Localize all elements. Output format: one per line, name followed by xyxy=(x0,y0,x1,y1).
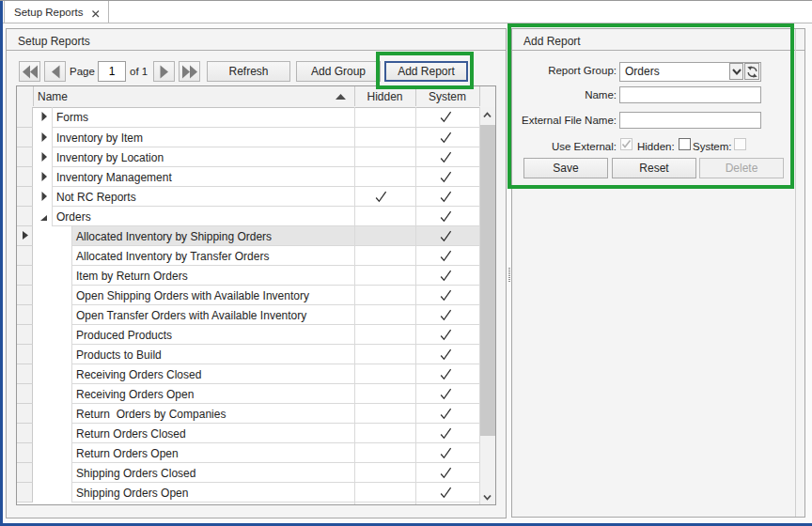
table-row[interactable]: Allocated Inventory by Shipping Orders xyxy=(17,226,479,246)
table-row[interactable]: Open Shipping Orders with Available Inve… xyxy=(17,286,479,305)
row-indicator-cell xyxy=(17,226,33,246)
tab-strip xyxy=(3,1,812,23)
expand-icon[interactable] xyxy=(41,112,47,121)
system-checkmark-icon xyxy=(440,408,452,420)
table-row[interactable]: Orders xyxy=(17,207,479,226)
report-name: Allocated Inventory by Shipping Orders xyxy=(76,230,272,243)
table-row[interactable]: Shipping Orders Open xyxy=(17,483,479,503)
expand-icon[interactable] xyxy=(41,192,47,201)
report-name: Inventory Management xyxy=(56,171,172,184)
table-row[interactable]: Open Transfer Orders with Available Inve… xyxy=(17,305,479,325)
header-name[interactable]: Name xyxy=(33,86,355,106)
system-checkmark-icon xyxy=(440,348,452,361)
table-vertical-scrollbar[interactable] xyxy=(479,107,495,504)
refresh-button[interactable]: Refresh xyxy=(207,61,290,82)
row-indicator-cell xyxy=(17,128,33,147)
scrollbar-thumb[interactable] xyxy=(479,125,495,436)
row-indicator-cell xyxy=(17,404,33,424)
table-row[interactable]: Return Orders by Companies xyxy=(17,404,479,424)
column-divider xyxy=(479,107,480,504)
system-checkmark-icon xyxy=(440,250,452,262)
chevron-up-icon xyxy=(483,112,492,118)
table-row[interactable]: Inventory Management xyxy=(17,167,479,187)
tab-title: Setup Reports xyxy=(14,7,84,18)
row-indicator-cell xyxy=(17,246,33,266)
page-count-label: of 1 xyxy=(130,66,148,77)
table-row[interactable]: Inventory by Item xyxy=(17,128,479,147)
system-checkmark-icon xyxy=(440,151,452,163)
report-name: Receiving Orders Closed xyxy=(76,368,201,381)
system-checkmark-icon xyxy=(440,427,452,440)
report-name: Allocated Inventory by Transfer Orders xyxy=(76,250,269,263)
splitter-grip[interactable] xyxy=(508,268,510,283)
column-divider xyxy=(354,107,355,504)
highlight-add-report-button xyxy=(376,52,474,89)
report-name: Inventory by Location xyxy=(56,151,164,164)
table-row[interactable]: Forms xyxy=(17,107,479,128)
table-row[interactable]: Receiving Orders Open xyxy=(17,384,479,404)
tab-setup-reports[interactable]: Setup Reports xyxy=(4,1,109,23)
setup-reports-panel-title: Setup Reports xyxy=(18,35,90,48)
scroll-down-button[interactable] xyxy=(479,489,495,504)
row-indicator-cell xyxy=(17,107,33,128)
table-row[interactable]: Receiving Orders Closed xyxy=(17,364,479,384)
system-checkmark-icon xyxy=(440,388,452,400)
table-row[interactable]: Return Orders Closed xyxy=(17,424,479,443)
add-group-button[interactable]: Add Group xyxy=(296,61,381,82)
hidden-checkmark-icon xyxy=(375,191,387,203)
expand-icon[interactable] xyxy=(41,152,47,162)
system-checkmark-icon xyxy=(440,289,452,302)
report-name: Return Orders by Companies xyxy=(76,408,226,421)
row-indicator-cell xyxy=(17,305,33,325)
table-row[interactable]: Produced Products xyxy=(17,325,479,345)
system-checkmark-icon xyxy=(440,487,452,499)
previous-page-icon xyxy=(51,65,60,79)
last-page-button[interactable] xyxy=(179,61,200,82)
report-name: Open Shipping Orders with Available Inve… xyxy=(76,289,309,302)
expand-icon[interactable] xyxy=(41,172,47,181)
table-row[interactable]: Item by Return Orders xyxy=(17,266,479,286)
system-checkmark-icon xyxy=(440,447,452,459)
table-row[interactable]: Inventory by Location xyxy=(17,147,479,167)
row-indicator-cell xyxy=(17,443,33,463)
next-page-button[interactable] xyxy=(153,61,175,82)
system-checkmark-icon xyxy=(440,329,452,341)
table-row[interactable]: Products to Build xyxy=(17,345,479,364)
report-name: Return Orders Closed xyxy=(76,427,186,441)
previous-page-button[interactable] xyxy=(44,61,66,82)
row-indicator-cell xyxy=(17,187,33,207)
report-name: Not RC Reports xyxy=(56,191,136,204)
system-checkmark-icon xyxy=(440,368,452,380)
first-page-icon xyxy=(22,65,39,79)
first-page-button[interactable] xyxy=(19,61,40,82)
report-name: Produced Products xyxy=(76,329,172,342)
header-system[interactable]: System xyxy=(415,86,480,106)
report-name: Shipping Orders Closed xyxy=(76,467,195,480)
table-body: FormsInventory by ItemInventory by Locat… xyxy=(17,107,495,504)
setup-reports-panel-header: Setup Reports xyxy=(7,29,506,51)
collapse-icon[interactable] xyxy=(40,215,47,221)
row-indicator-cell xyxy=(17,424,33,443)
page-number-input[interactable] xyxy=(98,61,126,82)
report-name: Orders xyxy=(56,210,91,224)
row-indicator-cell xyxy=(17,207,33,226)
table-row[interactable]: Shipping Orders Closed xyxy=(17,463,479,483)
header-hidden[interactable]: Hidden xyxy=(354,86,416,106)
expand-icon[interactable] xyxy=(41,132,47,142)
chevron-down-icon xyxy=(483,494,492,501)
table-row[interactable]: Not RC Reports xyxy=(17,187,479,207)
setup-reports-panel: Setup Reports Page of 1 Refresh Add xyxy=(6,28,507,518)
table-row[interactable]: Allocated Inventory by Transfer Orders xyxy=(17,246,479,266)
table-row[interactable]: Return Orders Open xyxy=(17,443,479,463)
report-name: Open Transfer Orders with Available Inve… xyxy=(76,309,306,322)
sort-ascending-icon xyxy=(336,94,346,100)
next-page-icon xyxy=(160,65,169,79)
report-name: Item by Return Orders xyxy=(76,270,188,283)
scroll-up-button[interactable] xyxy=(479,107,495,122)
row-indicator-icon xyxy=(23,231,28,240)
system-checkmark-icon xyxy=(440,132,452,144)
tab-close-icon[interactable] xyxy=(91,8,101,18)
row-indicator-cell xyxy=(17,286,33,305)
system-checkmark-icon xyxy=(440,230,452,242)
column-divider xyxy=(415,107,416,504)
